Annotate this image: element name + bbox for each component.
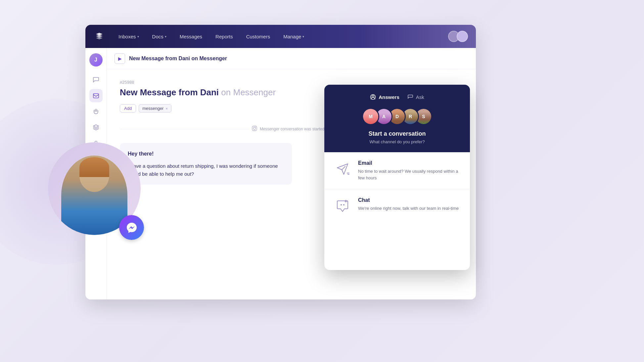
nav-avatar-group — [448, 31, 468, 42]
svg-rect-0 — [93, 94, 99, 98]
chat-title: Chat — [358, 197, 459, 203]
conversation-subject-muted: on Messenger — [221, 87, 276, 97]
svg-rect-2 — [252, 126, 257, 131]
widget-channels: Email No time to wait around? We usually… — [324, 152, 470, 223]
conversation-header: ▶ New Message from Dani on Messenger — [107, 48, 476, 69]
svg-point-3 — [253, 127, 255, 130]
widget-tabs: Answers Ask — [370, 94, 424, 100]
sidebar-item-layers[interactable] — [89, 121, 103, 134]
email-description: No time to wait around? We usually respo… — [358, 168, 461, 181]
nav-logo[interactable] — [93, 30, 105, 42]
widget-tab-ask[interactable]: Ask — [407, 94, 424, 100]
message-body: I have a question about return shipping,… — [128, 162, 284, 178]
top-navigation: Inboxes ▾ Docs ▾ Messages Reports Custom… — [85, 25, 476, 48]
message-greeting: Hey there! — [128, 150, 284, 158]
sidebar-item-inbox[interactable] — [89, 89, 103, 102]
channel-email[interactable]: Email No time to wait around? We usually… — [324, 152, 470, 189]
messenger-badge — [119, 215, 144, 240]
sidebar-user-avatar[interactable]: J — [89, 53, 103, 67]
svg-point-9 — [341, 204, 342, 205]
email-icon — [334, 160, 351, 178]
widget-team-avatars: M A D R S — [362, 108, 432, 125]
nav-reports[interactable]: Reports — [210, 31, 238, 42]
widget-start-subtitle: What channel do you prefer? — [370, 139, 425, 144]
sidebar-toggle-button[interactable]: ▶ — [115, 53, 125, 64]
conversation-id: #25988 — [120, 80, 463, 85]
instagram-icon — [252, 126, 257, 132]
chat-widget: Answers Ask M A D R S — [324, 85, 470, 270]
nav-docs[interactable]: Docs ▾ — [147, 31, 172, 42]
tag-messenger: messenger × — [139, 104, 171, 113]
svg-point-6 — [372, 95, 374, 97]
widget-tab-answers[interactable]: Answers — [370, 94, 399, 100]
sidebar-item-chat[interactable] — [89, 73, 103, 86]
nav-customers[interactable]: Customers — [241, 31, 276, 42]
chat-channel-text: Chat We're online right now, talk with o… — [358, 197, 459, 212]
email-title: Email — [358, 160, 461, 166]
svg-point-4 — [255, 127, 256, 128]
remove-tag-button[interactable]: × — [165, 107, 167, 111]
add-tag-button[interactable]: Add — [120, 104, 136, 113]
widget-header: Answers Ask M A D R S — [324, 85, 470, 152]
message-bubble-1: Hey there! I have a question about retur… — [120, 143, 292, 185]
channel-chat[interactable]: Chat We're online right now, talk with o… — [324, 189, 470, 223]
sidebar-item-hand[interactable] — [89, 105, 103, 118]
chat-channel-icon — [334, 197, 351, 215]
email-channel-text: Email No time to wait around? We usually… — [358, 160, 461, 181]
conversation-header-title: New Message from Dani on Messenger — [129, 56, 227, 62]
nav-manage[interactable]: Manage ▾ — [278, 31, 309, 42]
nav-messages[interactable]: Messages — [174, 31, 207, 42]
nav-avatar-2[interactable] — [457, 31, 468, 42]
svg-point-10 — [343, 204, 345, 205]
chat-description: We're online right now, talk with our te… — [358, 205, 459, 212]
nav-inboxes[interactable]: Inboxes ▾ — [113, 31, 144, 42]
docs-chevron: ▾ — [165, 35, 166, 38]
manage-chevron: ▾ — [302, 35, 304, 38]
widget-start-title: Start a conversation — [368, 130, 426, 137]
inboxes-chevron: ▾ — [137, 35, 139, 38]
team-avatar-1: M — [362, 108, 379, 125]
